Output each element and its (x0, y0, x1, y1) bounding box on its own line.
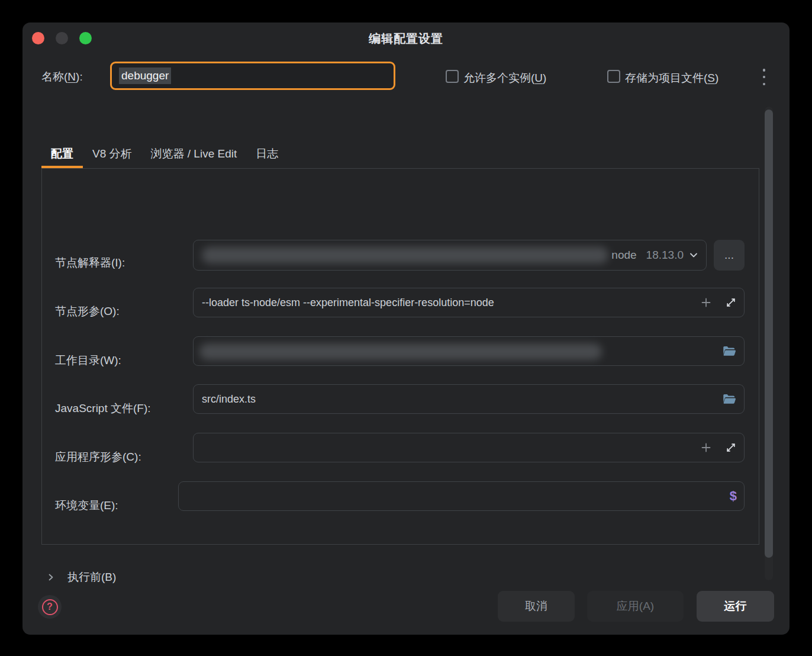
tab-browser-live-edit[interactable]: 浏览器 / Live Edit (141, 140, 247, 168)
configuration-panel: 节点解释器(I): node 18.13.0 ... 节点形参(O): --lo… (41, 168, 759, 545)
chevron-down-icon[interactable] (688, 250, 699, 261)
expand-icon[interactable] (725, 297, 737, 308)
help-button[interactable]: ? (38, 595, 62, 619)
config-tabs: 配置 V8 分析 浏览器 / Live Edit 日志 (41, 140, 288, 168)
node-interpreter-combobox[interactable]: node 18.13.0 (193, 240, 707, 271)
environment-variables-input[interactable]: $ (178, 481, 745, 511)
config-scroll-area: 配置 V8 分析 浏览器 / Live Edit 日志 节点解释器(I): no… (22, 107, 790, 583)
application-parameters-label: 应用程序形参(C): (55, 449, 141, 465)
javascript-file-value: src/index.ts (202, 393, 256, 406)
kebab-menu-icon[interactable] (759, 69, 769, 85)
store-as-project-file-checkbox[interactable] (607, 70, 620, 83)
folder-icon[interactable] (721, 343, 737, 359)
node-parameters-label: 节点形参(O): (55, 304, 120, 319)
javascript-file-label: JavaScript 文件(F): (55, 401, 151, 416)
before-launch-section: 执行前(B) (41, 561, 290, 583)
allow-multiple-instances-label[interactable]: 允许多个实例(U) (463, 70, 546, 86)
redacted-interpreter-path (202, 247, 608, 263)
node-parameters-input[interactable]: --loader ts-node/esm --experimental-spec… (193, 288, 745, 317)
interpreter-more-button[interactable]: ... (714, 240, 745, 271)
javascript-file-input[interactable]: src/index.ts (193, 384, 745, 414)
folder-icon[interactable] (721, 391, 737, 407)
runtime-version: 18.13.0 (646, 249, 684, 262)
edit-configuration-dialog: 编辑配置设置 名称(N): debugger 允许多个实例(U) 存储为项目文件… (22, 22, 790, 635)
tab-v8-profiling[interactable]: V8 分析 (83, 140, 141, 168)
before-launch-row[interactable]: 执行前(B) (46, 570, 116, 583)
name-label: 名称(N): (41, 69, 83, 85)
dollar-icon[interactable]: $ (730, 488, 737, 504)
application-parameters-input[interactable] (193, 433, 745, 462)
cancel-button[interactable]: 取消 (498, 591, 575, 622)
environment-variables-label: 环境变量(E): (55, 498, 118, 513)
expand-icon[interactable] (725, 442, 737, 454)
plus-icon[interactable] (700, 297, 712, 308)
run-button[interactable]: 运行 (697, 591, 774, 622)
name-input[interactable]: debugger (110, 62, 395, 90)
scrollbar-thumb[interactable] (765, 110, 773, 558)
store-as-project-file-label[interactable]: 存储为项目文件(S) (625, 70, 718, 86)
node-interpreter-label: 节点解释器(I): (55, 255, 125, 271)
runtime-name: node (611, 249, 636, 262)
plus-icon[interactable] (700, 442, 712, 454)
working-directory-input[interactable] (193, 336, 745, 366)
before-launch-label: 执行前(B) (67, 570, 116, 583)
tab-configuration[interactable]: 配置 (41, 140, 83, 168)
tab-logs[interactable]: 日志 (246, 140, 288, 168)
working-directory-label: 工作目录(W): (55, 353, 121, 368)
apply-button[interactable]: 应用(A) (587, 591, 684, 622)
chevron-right-icon (46, 573, 56, 582)
redacted-working-directory (199, 343, 602, 360)
allow-multiple-instances-checkbox[interactable] (446, 70, 459, 83)
node-parameters-value: --loader ts-node/esm --experimental-spec… (202, 297, 494, 309)
dialog-title: 编辑配置设置 (22, 31, 790, 47)
help-icon: ? (42, 599, 58, 615)
name-input-value: debugger (119, 67, 171, 84)
